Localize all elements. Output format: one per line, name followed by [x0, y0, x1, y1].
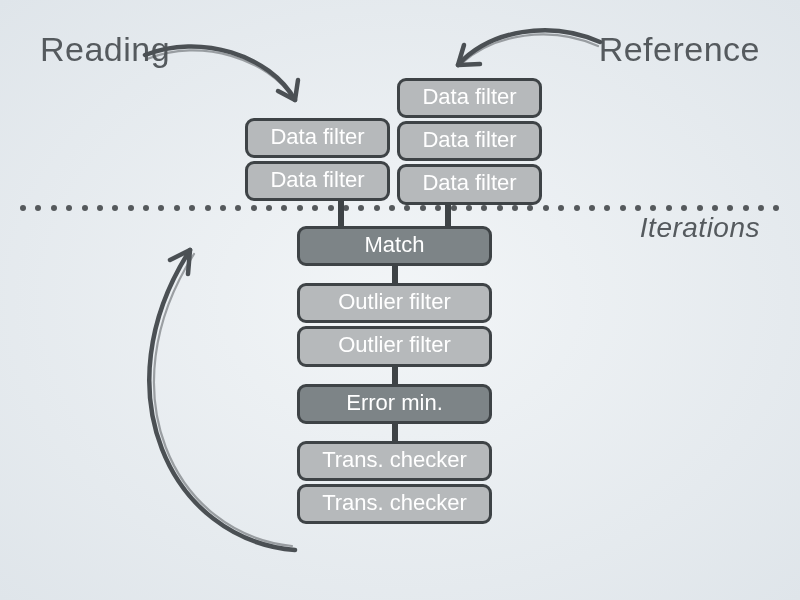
- label-reading: Reading: [40, 30, 170, 69]
- reading-filter-node: Data filter: [245, 118, 390, 158]
- reading-filter-stack: Data filterData filter: [245, 118, 390, 204]
- pipeline-node: Error min.: [297, 384, 492, 424]
- main-pipeline-stack: MatchOutlier filterOutlier filterError m…: [297, 226, 492, 527]
- pipeline-node: Trans. checker: [297, 484, 492, 524]
- reference-filter-node: Data filter: [397, 164, 542, 204]
- diagram-canvas: Reading Reference Iterations Data filter…: [0, 0, 800, 600]
- pipeline-node: Match: [297, 226, 492, 266]
- pipeline-node: Trans. checker: [297, 441, 492, 481]
- reference-filter-stack: Data filterData filterData filter: [397, 78, 542, 208]
- reference-filter-node: Data filter: [397, 121, 542, 161]
- pipeline-node: Outlier filter: [297, 283, 492, 323]
- pipeline-node: Outlier filter: [297, 326, 492, 366]
- reference-filter-node: Data filter: [397, 78, 542, 118]
- label-iterations: Iterations: [640, 212, 760, 244]
- label-reference: Reference: [599, 30, 760, 69]
- reading-filter-node: Data filter: [245, 161, 390, 201]
